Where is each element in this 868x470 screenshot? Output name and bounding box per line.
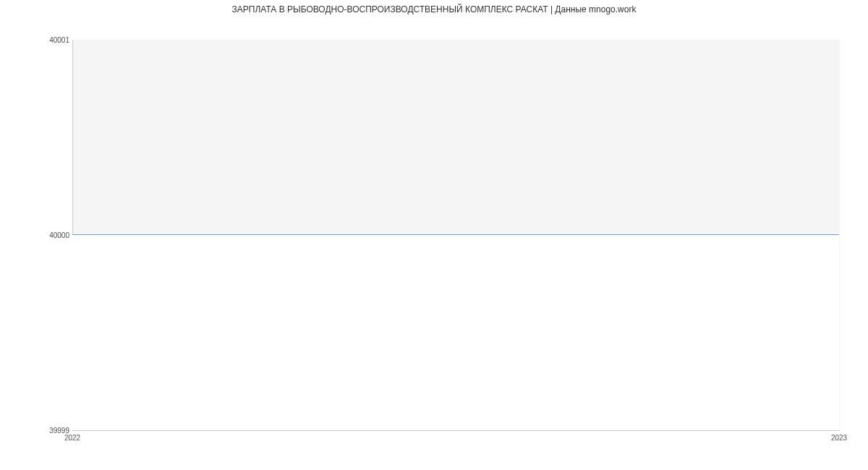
y-tick-label: 39999 (49, 427, 69, 435)
y-tick-label: 40000 (49, 231, 69, 239)
plot-lower-background (72, 235, 839, 430)
series-line-salary (72, 234, 839, 235)
chart-title: ЗАРПЛАТА В РЫБОВОДНО-ВОСПРОИЗВОДСТВЕННЫЙ… (0, 4, 868, 14)
x-tick-label: 2023 (831, 434, 847, 442)
y-tick-label: 40001 (49, 36, 69, 44)
chart-container: ЗАРПЛАТА В РЫБОВОДНО-ВОСПРОИЗВОДСТВЕННЫЙ… (0, 0, 868, 470)
x-tick-label: 2022 (64, 434, 80, 442)
